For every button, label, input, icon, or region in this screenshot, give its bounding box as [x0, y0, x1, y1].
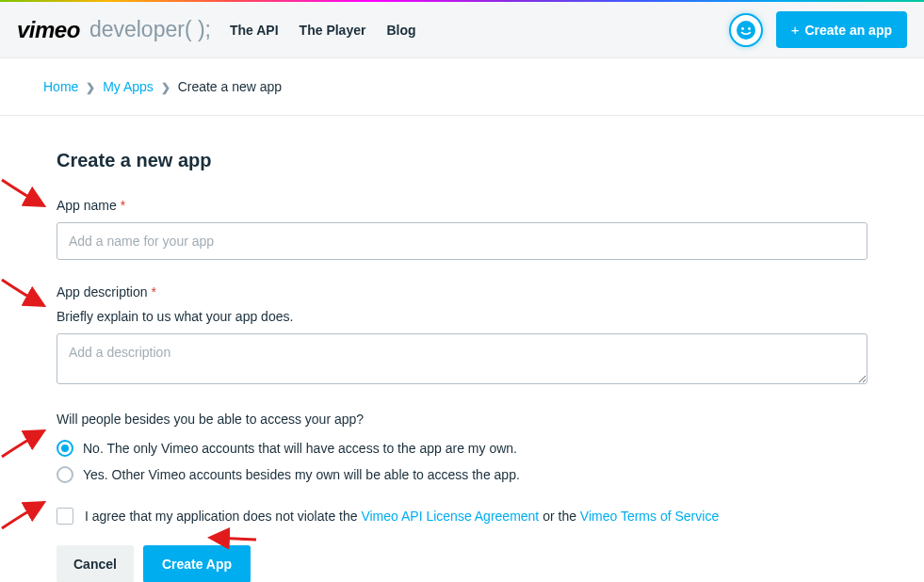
nav-blog[interactable]: Blog	[386, 23, 415, 38]
annotation-arrow-icon	[0, 274, 51, 312]
annotation-arrow-icon	[0, 425, 51, 462]
access-group: Will people besides you be able to acces…	[57, 412, 867, 483]
svg-point-2	[748, 27, 751, 30]
app-description-textarea[interactable]	[57, 333, 867, 384]
access-option-yes[interactable]: Yes. Other Vimeo accounts besides my own…	[57, 466, 867, 483]
app-description-label: App description *	[57, 284, 867, 299]
svg-point-1	[741, 27, 744, 30]
developer-tag: developer( );	[89, 17, 211, 42]
annotation-arrow-icon	[0, 174, 51, 212]
main-content: Create a new app App name * App descript…	[0, 116, 924, 582]
app-description-group: App description * Briefly explain to us …	[57, 284, 867, 387]
create-app-header-button[interactable]: + Create an app	[776, 11, 907, 48]
avatar[interactable]	[729, 13, 763, 47]
breadcrumb-home[interactable]: Home	[43, 79, 78, 94]
form-actions: Cancel Create App	[57, 545, 867, 582]
agree-label: I agree that my application does not vio…	[85, 509, 719, 524]
primary-nav: The API The Player Blog	[230, 23, 416, 38]
vimeo-logo[interactable]: vimeo	[17, 17, 80, 43]
app-name-label: App name *	[57, 198, 867, 213]
plus-icon: +	[791, 22, 800, 38]
breadcrumb-my-apps[interactable]: My Apps	[103, 79, 154, 94]
api-license-agreement-link[interactable]: Vimeo API License Agreement	[361, 509, 539, 524]
required-asterisk: *	[151, 284, 155, 299]
radio-yes[interactable]	[57, 466, 73, 483]
create-app-button[interactable]: Create App	[143, 545, 251, 582]
annotation-arrow-icon	[0, 496, 51, 534]
app-name-group: App name *	[57, 198, 867, 260]
svg-point-0	[737, 21, 755, 40]
terms-of-service-link[interactable]: Vimeo Terms of Service	[580, 509, 719, 524]
breadcrumb-current: Create a new app	[178, 79, 283, 94]
breadcrumb: Home ❯ My Apps ❯ Create a new app	[0, 58, 924, 116]
agree-checkbox[interactable]	[57, 508, 73, 525]
page-title: Create a new app	[57, 150, 867, 171]
app-description-hint: Briefly explain to us what your app does…	[57, 309, 867, 324]
radio-no-label: No. The only Vimeo accounts that will ha…	[83, 441, 517, 456]
chevron-right-icon: ❯	[86, 81, 95, 94]
topbar: vimeo developer( ); The API The Player B…	[0, 2, 924, 58]
agree-row: I agree that my application does not vio…	[57, 508, 867, 525]
app-name-input[interactable]	[57, 222, 867, 260]
nav-api[interactable]: The API	[230, 23, 279, 38]
radio-yes-label: Yes. Other Vimeo accounts besides my own…	[83, 467, 520, 482]
radio-no[interactable]	[57, 440, 73, 457]
create-app-header-label: Create an app	[804, 23, 892, 38]
smiley-icon	[735, 19, 757, 41]
chevron-right-icon: ❯	[161, 81, 170, 94]
cancel-button[interactable]: Cancel	[57, 545, 134, 582]
nav-player[interactable]: The Player	[300, 23, 366, 38]
required-asterisk: *	[121, 198, 125, 213]
access-question: Will people besides you be able to acces…	[57, 412, 867, 427]
access-option-no[interactable]: No. The only Vimeo accounts that will ha…	[57, 440, 867, 457]
